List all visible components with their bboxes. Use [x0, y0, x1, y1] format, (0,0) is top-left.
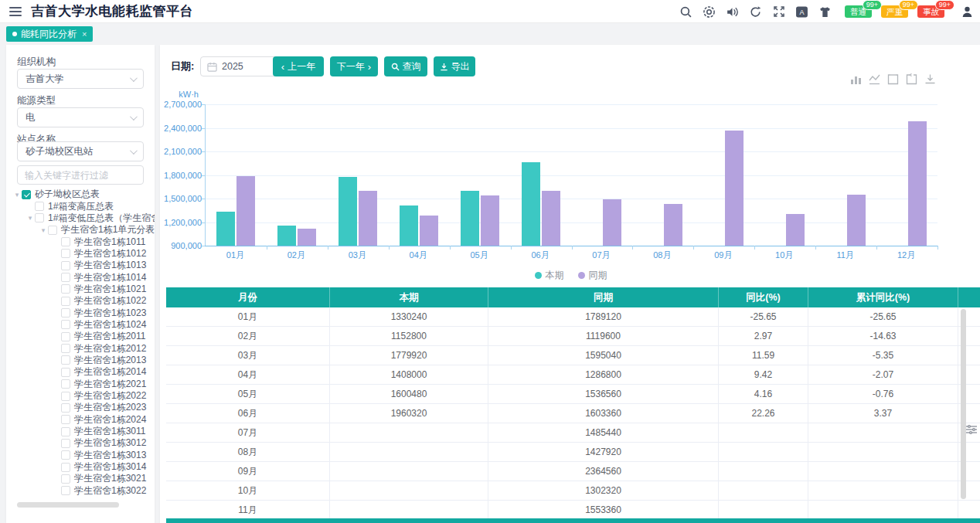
tree-item[interactable]: 学生宿舍1栋2011 [6, 331, 155, 342]
tree-item[interactable]: 学生宿舍1栋3011 [6, 426, 155, 437]
bar-chart-icon[interactable] [850, 73, 862, 85]
org-select[interactable]: 吉首大学 [17, 69, 144, 89]
record-icon[interactable] [703, 5, 716, 19]
tree-checkbox[interactable] [35, 202, 44, 211]
tree-checkbox[interactable] [61, 463, 70, 472]
tree-checkbox[interactable] [61, 415, 70, 424]
export-button[interactable]: 导出 [434, 56, 475, 76]
tree-item[interactable]: 学生宿舍1栋1014 [6, 271, 155, 283]
table-row[interactable]: 07月1485440 [166, 423, 980, 443]
tree-checkbox[interactable] [61, 427, 70, 436]
line-chart-icon[interactable] [869, 73, 880, 85]
tree-item[interactable]: 学生宿舍1栋2013 [6, 355, 155, 366]
tree-checkbox[interactable] [61, 237, 70, 246]
year-input[interactable] [222, 61, 268, 72]
fullscreen-icon[interactable] [772, 5, 785, 19]
table-row[interactable]: 04月140800012868009.42-2.07 [166, 365, 980, 385]
next-year-button[interactable]: 下一年 › [330, 56, 378, 76]
date-input[interactable] [200, 56, 277, 76]
tree-checkbox[interactable] [35, 213, 44, 222]
tree-checkbox[interactable] [61, 474, 70, 484]
table-row[interactable]: 05月160048015365604.16-0.76 [166, 385, 980, 404]
tree-item[interactable]: ▾1#箱变低压总表（学生宿舍1,2,9栋） [6, 212, 155, 224]
tree-item[interactable]: 学生宿舍1栋3014 [6, 461, 155, 473]
tree-item[interactable]: 学生宿舍1栋1024 [6, 319, 155, 331]
save-image-icon[interactable] [924, 73, 936, 85]
alarm-badge-事故[interactable]: 事故99+ [917, 5, 944, 18]
table-row[interactable]: 10月1302320 [166, 481, 980, 501]
tree-checkbox[interactable] [22, 190, 31, 199]
tree-item[interactable]: 学生宿舍1栋2014 [6, 366, 155, 378]
tree-checkbox[interactable] [61, 261, 70, 270]
tree-item[interactable]: 学生宿舍1栋3023 [6, 497, 155, 498]
tree-checkbox[interactable] [61, 320, 70, 329]
language-icon[interactable]: A [795, 5, 808, 19]
tree-checkbox[interactable] [61, 344, 70, 353]
volume-icon[interactable] [726, 5, 739, 19]
tree-item[interactable]: 学生宿舍1栋3021 [6, 473, 155, 484]
theme-icon[interactable] [818, 5, 832, 19]
tab-close-icon[interactable]: × [82, 29, 87, 39]
table-settings-icon[interactable] [965, 423, 978, 436]
restore-icon[interactable] [906, 73, 917, 85]
tree-item[interactable]: 学生宿舍1栋2022 [6, 390, 155, 402]
tree-item[interactable]: 学生宿舍1栋1013 [6, 260, 155, 271]
alarm-badge-严重[interactable]: 严重99+ [881, 5, 908, 18]
tree-item[interactable]: 学生宿舍1栋3012 [6, 437, 155, 449]
tree-checkbox[interactable] [61, 486, 70, 495]
sidebar-horizontal-scrollbar[interactable] [17, 502, 119, 508]
tree-item[interactable]: 学生宿舍1栋3013 [6, 450, 155, 461]
tree-item[interactable]: 1#箱变高压总表 [6, 200, 155, 212]
table-row[interactable]: 06月1960320160336022.263.37 [166, 404, 980, 423]
menu-toggle-icon[interactable] [9, 7, 22, 16]
tree-checkbox[interactable] [61, 249, 70, 258]
tree-item[interactable]: 学生宿舍1栋1021 [6, 284, 155, 295]
tree-item[interactable]: 学生宿舍1栋2012 [6, 342, 155, 354]
tree-checkbox[interactable] [61, 368, 70, 377]
data-view-icon[interactable] [887, 73, 899, 85]
energy-type-select[interactable]: 电 [17, 107, 144, 127]
user-avatar-icon[interactable] [961, 5, 974, 19]
refresh-icon[interactable] [749, 5, 762, 19]
alarm-badge-普通[interactable]: 普通99+ [845, 5, 872, 18]
tree-item[interactable]: 学生宿舍1栋1011 [6, 236, 155, 247]
legend-item-本期[interactable]: 本期 [535, 269, 564, 282]
caret-down-icon[interactable]: ▾ [12, 191, 22, 199]
table-row[interactable]: 11月1553360 [166, 501, 980, 520]
prev-year-button[interactable]: ‹ 上一年 [273, 56, 324, 76]
tree-checkbox[interactable] [61, 273, 70, 282]
caret-down-icon[interactable]: ▾ [39, 226, 48, 234]
table-row[interactable]: 02月115280011196002.97-14.63 [166, 327, 980, 346]
legend-item-同期[interactable]: 同期 [578, 269, 607, 282]
tree-item[interactable]: 学生宿舍1栋1023 [6, 307, 155, 318]
tree-checkbox[interactable] [61, 284, 70, 294]
tree-checkbox[interactable] [61, 403, 70, 413]
caret-down-icon[interactable]: ▾ [26, 214, 35, 222]
tree-item[interactable]: 学生宿舍1栋1022 [6, 295, 155, 307]
tree-checkbox[interactable] [48, 226, 57, 235]
tree-item[interactable]: ▾砂子坳校区总表 [6, 188, 155, 200]
tree-checkbox[interactable] [61, 392, 70, 401]
tree-checkbox[interactable] [61, 308, 70, 318]
table-row[interactable]: 09月2364560 [166, 462, 980, 481]
table-row[interactable]: 01月13302401789120-25.65-25.65 [166, 307, 980, 327]
tree-item[interactable]: 学生宿舍1栋1012 [6, 248, 155, 260]
tree-item[interactable]: ▾学生宿舍1栋1单元分表 [6, 224, 155, 236]
table-row[interactable]: 08月1427920 [166, 443, 980, 462]
tree-checkbox[interactable] [61, 439, 70, 448]
table-vertical-scrollbar[interactable] [961, 309, 966, 499]
tree-item[interactable]: 学生宿舍1栋2023 [6, 402, 155, 413]
table-row[interactable]: 03月1779920159504011.59-5.35 [166, 346, 980, 365]
tree-checkbox[interactable] [61, 450, 70, 460]
tree-filter-input[interactable] [17, 165, 144, 185]
tree-item[interactable]: 学生宿舍1栋2024 [6, 414, 155, 426]
search-icon[interactable] [679, 5, 692, 19]
tree-checkbox[interactable] [61, 332, 70, 341]
query-button[interactable]: 查询 [384, 56, 427, 76]
tree-checkbox[interactable] [61, 355, 70, 365]
tree-item[interactable]: 学生宿舍1栋2021 [6, 379, 155, 390]
tree-item[interactable]: 学生宿舍1栋3022 [6, 485, 155, 497]
site-name-select[interactable]: 砂子坳校区电站 [17, 141, 144, 161]
tree-checkbox[interactable] [61, 379, 70, 389]
tree-checkbox[interactable] [61, 297, 70, 306]
